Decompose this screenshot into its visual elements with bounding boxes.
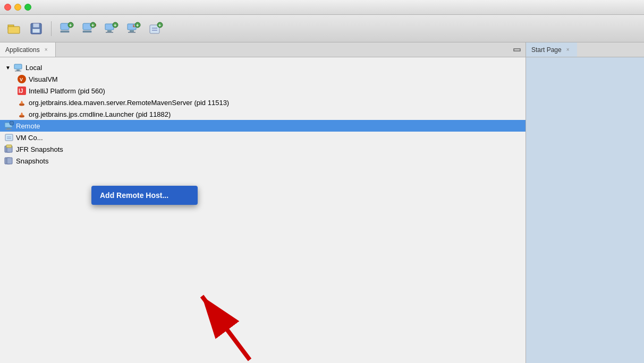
svg-rect-6 [61, 31, 69, 32]
left-panel: Applications × ▼ [0, 42, 526, 363]
tab-bar: Applications × [0, 42, 526, 57]
svg-point-41 [21, 114, 23, 116]
svg-rect-1 [8, 27, 20, 33]
maven2-label: org.jetbrains.jps.cmdline.Launcher (pid … [29, 110, 171, 118]
local-label: Local [26, 64, 42, 72]
applications-tab-label: Applications [5, 46, 40, 54]
add-snapshot-button[interactable]: + [146, 19, 165, 38]
remote-label: Remote [16, 122, 40, 130]
open-button[interactable] [4, 19, 23, 38]
svg-text:+: + [158, 23, 161, 28]
tree-item-remote[interactable]: Remote [0, 120, 526, 132]
save-button[interactable] [27, 19, 46, 38]
jfr-label: JFR Snapshots [16, 145, 63, 153]
svg-text:+: + [136, 23, 139, 28]
svg-rect-16 [106, 32, 113, 33]
tree-item-snapshots[interactable]: Snapshots [0, 155, 526, 167]
start-page-tab[interactable]: Start Page × [526, 42, 577, 57]
svg-rect-15 [107, 30, 112, 32]
svg-rect-3 [33, 23, 39, 28]
context-menu: Add Remote Host... [91, 186, 198, 205]
separator-1 [51, 21, 52, 36]
svg-point-43 [10, 121, 14, 125]
vmcoredump-label: VM Co... [16, 134, 43, 142]
expand-icon: ▼ [4, 64, 12, 71]
svg-rect-51 [6, 145, 12, 148]
traffic-lights [4, 4, 31, 11]
tree-item-vmcoredump[interactable]: VM Co... [0, 132, 526, 143]
svg-rect-45 [5, 129, 12, 130]
svg-rect-20 [130, 30, 134, 32]
right-panel: Start Page × [526, 42, 644, 363]
svg-point-39 [21, 102, 23, 104]
svg-text:+: + [114, 23, 116, 28]
applications-tab[interactable]: Applications × [0, 42, 56, 57]
minimize-panel-button[interactable] [511, 44, 523, 56]
svg-text:+: + [91, 23, 94, 28]
tree-item-jfr[interactable]: JFR Snapshots [0, 143, 526, 155]
start-page-tab-label: Start Page [531, 46, 562, 54]
main-layout: Applications × ▼ [0, 42, 644, 363]
maximize-button[interactable] [24, 4, 31, 11]
toolbar: + JMX + + L + [0, 15, 644, 42]
svg-line-55 [202, 296, 250, 360]
snapshots-label: Snapshots [16, 157, 48, 165]
visualvm-label: VisualVM [29, 75, 58, 83]
applications-tab-close[interactable]: × [43, 46, 50, 54]
svg-rect-33 [15, 71, 21, 72]
svg-text:V: V [20, 77, 23, 82]
tree-panel: ▼ Local V VisualVM [0, 57, 526, 363]
start-page-content [526, 57, 644, 363]
title-bar [0, 0, 644, 15]
add-jmx-button[interactable]: JMX + [79, 19, 98, 38]
intellij-label: IntelliJ Platform (pid 560) [29, 87, 105, 95]
tree-item-visualvm[interactable]: V VisualVM [0, 73, 526, 85]
visualvm-icon: V [17, 74, 27, 84]
svg-rect-10 [83, 31, 91, 32]
svg-text:+: + [69, 23, 72, 28]
svg-rect-53 [7, 158, 12, 164]
arrow-annotation [186, 264, 282, 363]
tree-item-intellij[interactable]: IJ IntelliJ Platform (pid 560) [0, 85, 526, 97]
svg-rect-30 [514, 49, 520, 51]
svg-rect-21 [128, 32, 135, 33]
add-remote-host-menu-item[interactable]: Add Remote Host... [91, 188, 198, 203]
svg-text:IJ: IJ [19, 88, 23, 94]
local-icon [14, 63, 23, 72]
snapshots-icon [4, 156, 14, 166]
remote-icon [4, 121, 14, 131]
close-button[interactable] [4, 4, 11, 11]
tree-item-local[interactable]: ▼ Local [0, 62, 526, 73]
svg-rect-44 [7, 128, 10, 129]
svg-rect-5 [61, 23, 69, 30]
svg-rect-32 [16, 70, 20, 71]
vmdump-icon [4, 133, 14, 142]
java-icon-2 [17, 109, 27, 119]
svg-rect-46 [5, 134, 13, 141]
start-page-tab-close[interactable]: × [564, 46, 572, 54]
jfr-icon [4, 144, 14, 154]
java-icon-1 [17, 98, 27, 107]
tree-item-maven2[interactable]: org.jetbrains.jps.cmdline.Launcher (pid … [0, 108, 526, 120]
add-process-button[interactable]: + [57, 19, 76, 38]
svg-rect-31 [14, 64, 22, 69]
minimize-button[interactable] [14, 4, 21, 11]
tree-item-maven1[interactable]: org.jetbrains.idea.maven.server.RemoteMa… [0, 97, 526, 108]
add-local-button[interactable]: L + [124, 19, 143, 38]
right-tab-bar: Start Page × [526, 42, 644, 57]
intellij-icon: IJ [17, 86, 27, 96]
add-remote-host-button[interactable]: + [101, 19, 121, 38]
svg-rect-4 [32, 29, 40, 33]
maven1-label: org.jetbrains.idea.maven.server.RemoteMa… [29, 99, 229, 107]
